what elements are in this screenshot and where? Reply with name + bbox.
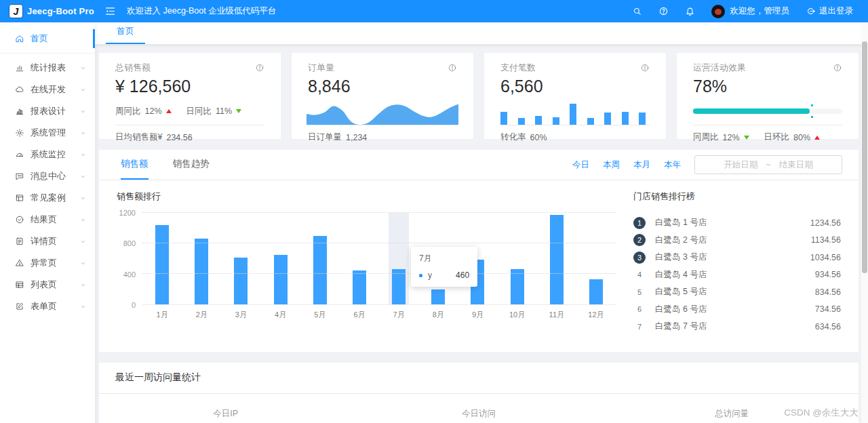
search-icon[interactable] [632, 6, 642, 16]
x-tick-label: 7月 [379, 310, 418, 320]
logout-button[interactable]: 退出登录 [806, 5, 853, 17]
store-value: 1134.56 [811, 235, 841, 245]
x-axis: 1月2月3月4月5月6月7月8月9月10月11月12月 [142, 310, 616, 320]
bar[interactable] [353, 270, 366, 304]
logo-icon: J [9, 4, 23, 18]
tab-home[interactable]: 首页 [106, 25, 145, 44]
bar[interactable] [274, 255, 288, 304]
end-date-placeholder: 结束日期 [779, 159, 813, 171]
ranking-list: 1白鹭岛 1 号店1234.562白鹭岛 2 号店1134.563白鹭岛 3 号… [633, 214, 841, 336]
rank-badge: 7 [633, 321, 646, 333]
sidebar-item[interactable]: 系统管理 [0, 123, 95, 143]
date-range-picker[interactable]: 开始日期 ~ 结束日期 [694, 155, 842, 174]
bar[interactable] [155, 225, 169, 304]
y-tick-label: 1200 [119, 209, 136, 217]
sidebar-item[interactable]: 异常页 [0, 253, 95, 273]
trend-value: 11% [216, 106, 232, 116]
report-icon [15, 106, 24, 116]
bar[interactable] [431, 289, 445, 305]
bar[interactable] [313, 236, 327, 304]
help-icon[interactable] [658, 6, 669, 16]
sidebar-item-label: 列表页 [31, 279, 57, 291]
trend-label: 同周比 [693, 132, 719, 143]
stat-card-payments: 支付笔数 6,560 转化率 60% [484, 53, 666, 139]
card-title: 运营活动效果 [693, 62, 746, 74]
info-icon[interactable] [255, 63, 264, 73]
notification-bell-icon[interactable] [685, 6, 695, 16]
stat-label: 今日IP [213, 408, 238, 420]
ranking-row: 4白鹭岛 4 号店934.56 [633, 266, 841, 284]
tab-sales-amount[interactable]: 销售额 [121, 150, 149, 180]
sales-bar-chart-plot: 7月 y 460 [142, 213, 616, 305]
info-icon[interactable] [448, 63, 457, 73]
bar[interactable] [195, 239, 208, 304]
sidebar-item[interactable]: 在线开发 [0, 79, 95, 100]
tab-sales-trend[interactable]: 销售趋势 [173, 150, 210, 180]
caret-down-icon [744, 136, 749, 140]
bar-column [576, 213, 616, 304]
gridline [142, 243, 616, 243]
rank-badge: 1 [633, 217, 646, 229]
sidebar-item[interactable]: 结果页 [0, 209, 95, 230]
stat-today-ip: 今日IP 1 [99, 408, 352, 423]
trend-label: 日同比 [186, 106, 212, 117]
x-tick-label: 8月 [418, 310, 458, 320]
visits-panel-title: 最近一周访问量统计 [99, 363, 859, 394]
mini-bar [604, 113, 611, 125]
bar[interactable] [550, 215, 564, 304]
rank-badge: 6 [633, 303, 646, 315]
sidebar-item-label: 详情页 [31, 235, 57, 247]
sidebar-item[interactable]: 统计报表 [0, 58, 95, 78]
sidebar-item[interactable]: 列表页 [0, 275, 95, 295]
start-date-placeholder: 开始日期 [724, 159, 757, 171]
info-icon[interactable] [833, 63, 842, 73]
bar[interactable] [392, 269, 406, 304]
bar-column [537, 213, 576, 304]
quick-link[interactable]: 今日 [572, 159, 589, 171]
user-menu[interactable]: 欢迎您，管理员 [711, 5, 790, 18]
sidebar-item-label: 异常页 [31, 257, 57, 269]
sidebar-item[interactable]: 消息中心 [0, 166, 95, 186]
store-name: 白鹭岛 1 号店 [655, 217, 810, 228]
sidebar-item[interactable]: 系统监控 [0, 144, 95, 165]
chevron-down-icon [79, 129, 87, 137]
divider [0, 53, 95, 54]
chart-title: 销售额排行 [117, 190, 616, 203]
sales-bar-chart: 04008001200 7月 y 460 [117, 213, 616, 320]
y-axis: 04008001200 [117, 213, 142, 305]
sidebar-item[interactable]: 表单页 [0, 296, 95, 317]
quick-link[interactable]: 本周 [603, 159, 620, 171]
visits-panel: 最近一周访问量统计 今日IP 1 今日访问 1 总访问量 1158 [99, 363, 859, 423]
bar[interactable] [234, 258, 248, 304]
sidebar-nav: 首页统计报表在线开发报表设计系统管理系统监控消息中心常见案例结果页详情页异常页列… [0, 22, 95, 423]
sidebar-item[interactable]: 常见案例 [0, 188, 95, 208]
x-tick-label: 10月 [498, 310, 537, 320]
store-name: 白鹭岛 3 号店 [655, 251, 810, 263]
date-separator: ~ [766, 160, 770, 169]
scrollbar-thumb[interactable] [862, 41, 867, 273]
quick-link[interactable]: 本年 [664, 159, 681, 171]
user-avatar [711, 5, 725, 18]
info-icon[interactable] [640, 63, 650, 73]
card-value: ¥ 126,560 [115, 75, 264, 98]
mini-bar [553, 117, 559, 125]
sales-tabs: 销售额 销售趋势 [121, 150, 210, 180]
x-tick-label: 2月 [182, 310, 221, 320]
bar[interactable] [589, 279, 603, 304]
store-name: 白鹭岛 2 号店 [655, 235, 811, 246]
bar[interactable] [511, 269, 524, 304]
menu-fold-icon[interactable] [104, 5, 116, 17]
app-logo[interactable]: J Jeecg-Boot Pro [0, 4, 95, 18]
bar-column [300, 213, 340, 304]
sidebar-item[interactable]: 报表设计 [0, 101, 95, 121]
sidebar-item[interactable]: 详情页 [0, 231, 95, 251]
bar-column [142, 213, 182, 304]
vertical-scrollbar[interactable] [861, 22, 868, 423]
rank-badge: 2 [633, 234, 646, 246]
chevron-down-icon [79, 238, 87, 245]
quick-link[interactable]: 本月 [633, 159, 650, 171]
sidebar-item-label: 结果页 [31, 214, 57, 226]
progress-target-marker [811, 104, 813, 106]
chevron-down-icon [79, 173, 87, 180]
sidebar-item[interactable]: 首页 [0, 28, 95, 49]
